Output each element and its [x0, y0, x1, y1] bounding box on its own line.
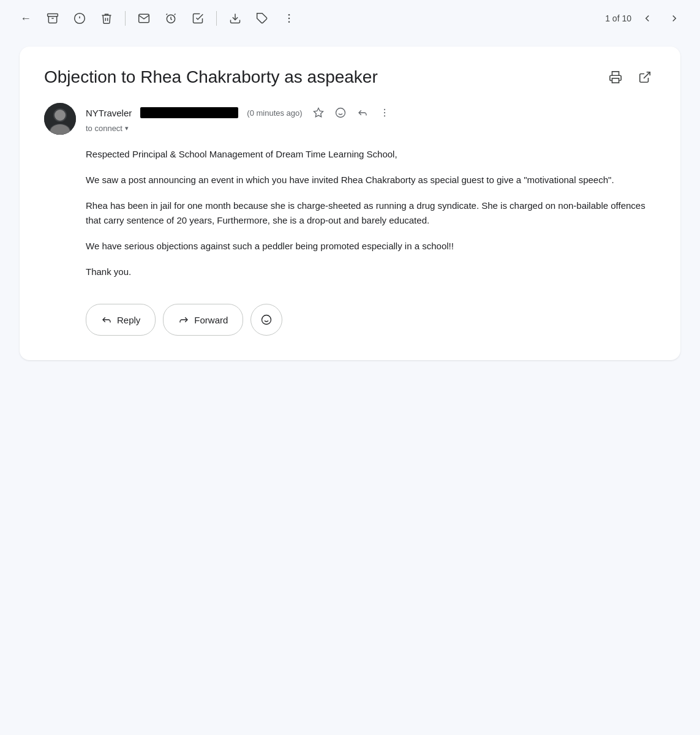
svg-point-19	[336, 108, 345, 118]
sender-to-row[interactable]: to connect ▾	[86, 124, 656, 133]
mark-unread-icon[interactable]	[133, 7, 155, 29]
emoji-button[interactable]	[250, 304, 282, 336]
toolbar-divider-2	[216, 11, 217, 26]
svg-line-11	[644, 72, 650, 78]
more-sender-options-icon[interactable]	[375, 103, 394, 123]
to-chevron-icon: ▾	[125, 124, 129, 132]
forward-button[interactable]: Forward	[163, 304, 243, 336]
open-new-window-icon[interactable]	[634, 66, 656, 88]
pagination-text: 1 of 10	[605, 13, 631, 23]
sender-email-redacted	[140, 107, 238, 118]
svg-marker-18	[314, 108, 323, 117]
svg-point-24	[384, 116, 385, 117]
sender-name-row: NYTraveler (0 minutes ago)	[86, 103, 656, 123]
move-to-icon[interactable]	[224, 7, 246, 29]
email-body: Respected Principal & School Management …	[44, 147, 656, 279]
svg-point-9	[288, 21, 290, 23]
to-label: to connect	[86, 124, 122, 133]
archive-icon[interactable]	[42, 7, 64, 29]
reply-inline-icon[interactable]	[353, 103, 372, 123]
newer-email-button[interactable]	[636, 7, 658, 29]
email-para2: Rhea has been in jail for one month beca…	[86, 198, 656, 228]
svg-point-7	[288, 14, 290, 16]
back-button[interactable]: ←	[15, 7, 37, 29]
svg-point-8	[288, 18, 290, 20]
sender-actions	[309, 103, 394, 123]
reply-label: Reply	[117, 315, 140, 325]
email-thread: Objection to Rhea Chakraborty as aspeake…	[20, 47, 680, 360]
email-subject: Objection to Rhea Chakraborty as aspeake…	[44, 66, 595, 88]
snooze-icon[interactable]	[160, 7, 182, 29]
email-greeting: Respected Principal & School Management …	[86, 147, 656, 162]
emoji-reaction-icon[interactable]	[331, 103, 350, 123]
more-options-icon[interactable]	[278, 7, 300, 29]
subject-row: Objection to Rhea Chakraborty as aspeake…	[44, 66, 656, 88]
avatar	[44, 103, 76, 135]
delete-icon[interactable]	[96, 7, 118, 29]
email-para1: We saw a post announcing an event in whi…	[86, 173, 656, 187]
svg-point-25	[262, 315, 271, 325]
pagination: 1 of 10	[605, 7, 685, 29]
reply-actions: Reply Forward	[44, 304, 656, 336]
star-icon[interactable]	[309, 103, 328, 123]
email-toolbar: ←	[0, 0, 700, 37]
sender-info: NYTraveler (0 minutes ago)	[86, 103, 656, 133]
svg-rect-0	[48, 14, 58, 17]
forward-label: Forward	[194, 315, 228, 325]
svg-point-16	[55, 110, 66, 121]
sender-name: NYTraveler	[86, 108, 132, 118]
print-icon[interactable]	[604, 66, 627, 88]
svg-point-22	[384, 109, 385, 110]
svg-rect-10	[612, 78, 619, 83]
subject-action-icons	[604, 66, 656, 88]
add-to-tasks-icon[interactable]	[187, 7, 209, 29]
sender-row: NYTraveler (0 minutes ago)	[44, 103, 656, 135]
sender-time: (0 minutes ago)	[247, 108, 302, 118]
older-email-button[interactable]	[663, 7, 685, 29]
label-icon[interactable]	[251, 7, 273, 29]
email-closing: Thank you.	[86, 265, 656, 279]
email-para3: We have serious objections against such …	[86, 239, 656, 254]
reply-button[interactable]: Reply	[86, 304, 156, 336]
report-spam-icon[interactable]	[69, 7, 91, 29]
toolbar-divider-1	[125, 11, 126, 26]
svg-point-23	[384, 112, 385, 113]
